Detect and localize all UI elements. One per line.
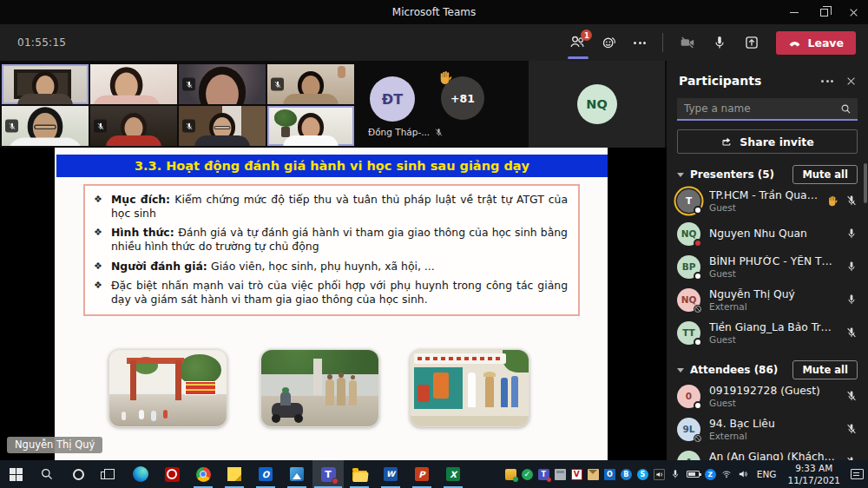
action-center-icon[interactable] [851,469,864,479]
volume-tray-icon[interactable] [738,469,749,480]
reactions-button[interactable] [602,35,617,50]
wifi-tray-icon[interactable] [721,469,733,480]
battery-tray-icon[interactable] [687,471,700,478]
antivirus-tray-icon[interactable] [522,469,533,480]
more-options-button[interactable] [634,42,646,44]
outlook-tray-icon[interactable] [604,469,615,480]
participant-row[interactable]: 0 0919192728 (Guest) Guest [667,379,868,412]
minimize-button[interactable] [779,0,809,24]
bluetooth-tray-icon[interactable] [621,469,632,480]
taskbar-clock[interactable]: 9:33 AM 11/17/2021 [784,462,844,486]
avatar-initials: NQ [681,294,697,305]
taskbar-sticky-notes[interactable] [219,460,250,488]
video-thumbnail-5[interactable] [2,106,89,146]
video-thumbnail-8[interactable] [267,106,354,146]
taskbar-acrobat[interactable] [156,460,187,488]
zalo-tray-icon[interactable] [705,469,716,480]
participant-tile-nq[interactable]: NQ [529,61,665,148]
leave-button[interactable]: Leave [776,31,856,55]
presence-badge [694,401,702,410]
avatar: TT [677,321,700,345]
participant-row[interactable]: T TP.HCM - Trần Quang Mi... Guest [667,184,868,217]
printer-tray-icon[interactable] [555,469,566,480]
participants-button[interactable]: 1 [569,34,585,51]
slide-bullet: ❖ Người đánh giá: Giáo viên, học sinh, p… [94,260,568,274]
slide-photo-safety-mural [410,349,529,427]
mic-off-icon[interactable] [845,423,858,435]
video-thumbnail-7[interactable] [179,106,266,146]
mic-off-icon[interactable] [845,326,858,339]
participant-row[interactable]: NQ Nguyễn Thị Quý External [667,283,868,316]
mute-all-attendees-button[interactable]: Mute all [792,360,858,379]
taskbar-teams[interactable] [312,460,344,488]
excel-icon [446,467,460,481]
mic-toggle-button[interactable] [712,35,727,50]
taskbar-search-button[interactable] [31,460,62,488]
attendees-section-header[interactable]: Attendees (86) Mute all [667,360,868,379]
microphone-tray-icon[interactable] [670,469,681,480]
bullet-lead: Mục đích: [111,193,174,206]
participant-row[interactable]: BP BÌNH PHƯỚC - YẾN TRINH (G... Guest [667,250,868,283]
security-shield-tray-icon[interactable] [505,469,516,480]
mic-off-icon[interactable] [845,390,858,402]
taskbar-photos[interactable] [281,460,312,488]
external-badge [694,305,702,313]
skype-tray-icon[interactable] [637,469,648,480]
taskbar-outlook[interactable] [250,460,281,488]
share-screen-button[interactable] [744,35,760,50]
participant-sublabel: Guest [709,268,837,279]
restore-button[interactable] [809,0,838,24]
participant-search-box[interactable] [677,98,858,121]
panel-scrollbar[interactable] [864,163,867,203]
share-invite-button[interactable]: Share invite [677,129,858,154]
taskbar-edge[interactable] [125,460,156,488]
taskbar-file-explorer[interactable] [344,460,375,488]
hang-up-icon [788,36,801,49]
participant-tile-dt[interactable]: ĐT [370,76,415,122]
taskbar-word[interactable] [375,460,406,488]
start-button[interactable] [0,460,31,488]
mic-off-icon[interactable] [845,195,858,207]
antivirus-v-tray-icon[interactable] [571,469,582,480]
search-input[interactable] [684,102,840,115]
video-thumbnail-2[interactable] [90,64,177,104]
avatar: BP [677,255,700,279]
mail-tray-icon[interactable] [588,469,599,480]
bullet-text: Đặc biệt nhấn mạnh vai trò của việc phối… [111,279,568,306]
mic-on-icon[interactable] [845,260,858,273]
taskbar-excel[interactable] [437,460,469,488]
mic-off-icon [185,122,194,130]
mic-on-icon[interactable] [845,228,858,240]
speaker-device-tray-icon[interactable] [654,469,665,480]
language-indicator[interactable]: ENG [754,469,779,479]
avatar-initials: ĐT [382,91,403,108]
person-silhouette [103,113,164,146]
file-explorer-icon [352,471,367,481]
participant-row[interactable]: 9L 94. Bạc Liêu External [667,412,868,445]
close-button[interactable] [838,0,868,24]
camera-toggle-button[interactable] [680,35,695,50]
video-thumbnail-3[interactable] [179,64,266,104]
cortana-button[interactable] [62,460,94,488]
video-thumbnail-1[interactable] [2,64,89,104]
mute-all-presenters-button[interactable]: Mute all [792,165,858,184]
video-thumbnail-6[interactable] [90,106,177,146]
mic-off-badge [94,120,107,133]
video-thumbnail-4[interactable] [267,64,354,104]
participant-row[interactable]: TT Tiền Giang_La Bảo Trân (Guest) Guest [667,316,868,349]
mic-on-icon[interactable] [845,293,858,306]
taskbar-chrome[interactable] [187,460,219,488]
overflow-participants-tile[interactable]: +81 [439,73,490,129]
participant-row[interactable]: NQ Nguyen Nhu Quan [667,217,868,250]
avatar: T [677,189,700,213]
search-icon [840,103,852,115]
teams-tray-icon[interactable] [538,469,549,480]
presenters-section-header[interactable]: Presenters (5) Mute all [667,165,868,184]
taskbar-powerpoint[interactable] [406,460,437,488]
panel-more-options-icon[interactable] [821,80,833,82]
slide-bullet: ❖ Mục đích: Kiểm chứng mức độ tiếp thu v… [94,193,568,221]
panel-close-icon[interactable] [846,76,856,86]
presenters-header-label: Presenters (5) [690,168,792,181]
mic-off-icon [434,128,444,137]
task-view-button[interactable] [94,460,125,488]
